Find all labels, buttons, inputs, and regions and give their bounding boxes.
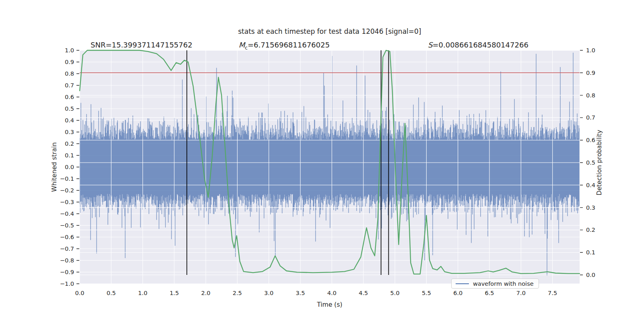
mc-value: =6.715696811676025 — [248, 41, 330, 49]
x-tick-label: 2.0 — [197, 289, 215, 297]
legend-item-label: waveform with noise — [473, 281, 534, 287]
x-tick-label: 0.5 — [102, 289, 120, 297]
y-left-tick-label: 0.6 — [53, 93, 74, 101]
y-right-tick-label: 0.7 — [586, 114, 607, 121]
y-right-tick-label: 0.9 — [586, 69, 607, 76]
x-tick-label: 7.0 — [512, 289, 530, 297]
y-right-tick-label: 0.0 — [586, 271, 607, 279]
y-left-tick-label: −0.6 — [53, 233, 74, 241]
y-right-tick-label: 0.6 — [586, 136, 607, 144]
y-left-tick-label: 0.8 — [53, 70, 74, 77]
y-left-tick-label: 0.9 — [53, 58, 74, 66]
y-right-tick-label: 0.1 — [586, 249, 607, 256]
y-left-tick-label: 0.4 — [53, 117, 74, 124]
y-left-tick-label: −0.8 — [53, 257, 74, 264]
s-value: =0.008661684580147266 — [432, 41, 528, 49]
x-tick-label: 2.5 — [229, 289, 246, 297]
y-left-tick-label: −0.2 — [53, 187, 74, 194]
x-tick-label: 6.5 — [481, 289, 498, 297]
y-right-tick-label: 0.8 — [586, 92, 607, 99]
y-left-tick-label: 1.0 — [53, 47, 74, 54]
x-tick-label: 5.5 — [417, 289, 435, 297]
y-left-tick-label: 0.0 — [53, 163, 74, 171]
y-right-tick-label: 1.0 — [586, 47, 607, 54]
plot-title: stats at each timestep for test data 120… — [0, 27, 644, 35]
y-right-tick-label: 0.2 — [586, 226, 607, 233]
y-right-tick-label: 0.5 — [586, 159, 607, 166]
legend-line-sample — [456, 283, 469, 284]
x-tick-label: 4.0 — [323, 289, 341, 297]
s-variable: S — [428, 41, 432, 49]
y-right-tick-label: 0.4 — [586, 182, 607, 189]
x-tick-label: 3.0 — [260, 289, 278, 297]
x-tick-label: 0.0 — [71, 289, 89, 297]
x-tick-label: 3.5 — [291, 289, 309, 297]
snr-annotation: SNR=15.399371147155762 — [91, 41, 192, 49]
y-right-tick-label: 0.3 — [586, 204, 607, 211]
y-left-tick-label: 0.1 — [53, 152, 74, 159]
y-left-tick-label: −0.1 — [53, 175, 74, 182]
y-left-tick-label: −0.7 — [53, 245, 74, 252]
y-left-tick-label: −0.9 — [53, 268, 74, 276]
legend: waveform with noise — [451, 279, 539, 289]
mc-variable: M — [239, 41, 245, 49]
x-tick-label: 1.0 — [134, 289, 152, 297]
s-stat-annotation: S=0.008661684580147266 — [428, 41, 528, 49]
x-tick-label: 6.0 — [449, 289, 467, 297]
x-tick-label: 1.5 — [165, 289, 183, 297]
y-left-tick-label: 0.2 — [53, 140, 74, 147]
y-left-tick-label: −0.3 — [53, 198, 74, 206]
x-tick-label: 4.5 — [355, 289, 372, 297]
y-left-tick-label: 0.5 — [53, 105, 74, 112]
y-left-tick-label: 0.3 — [53, 128, 74, 136]
y-left-tick-label: −0.5 — [53, 222, 74, 229]
figure: stats at each timestep for test data 120… — [0, 0, 644, 322]
x-axis-label: Time (s) — [0, 301, 644, 308]
y-left-tick-label: −0.4 — [53, 210, 74, 217]
y-left-tick-label: 0.7 — [53, 82, 74, 89]
x-tick-label: 7.5 — [544, 289, 561, 297]
x-tick-label: 5.0 — [386, 289, 404, 297]
chirp-mass-annotation: Mc=6.715696811676025 — [239, 41, 330, 51]
y-left-tick-label: −1.0 — [53, 280, 74, 287]
